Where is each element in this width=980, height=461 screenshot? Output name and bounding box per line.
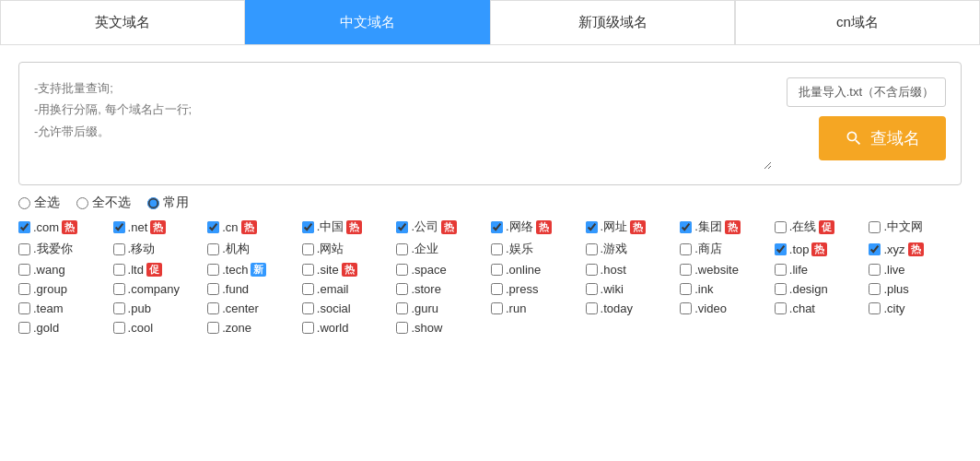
domain-checkbox-run[interactable] <box>491 302 503 314</box>
domain-checkbox-ltd[interactable] <box>113 264 125 276</box>
domain-checkbox-中国[interactable] <box>302 221 314 233</box>
domain-name-label: .集团 <box>694 219 722 235</box>
domain-checkbox-guru[interactable] <box>396 302 408 314</box>
domain-checkbox-商店[interactable] <box>680 243 692 255</box>
domain-checkbox-cn[interactable] <box>207 221 219 233</box>
tabs-container: 英文域名中文域名新顶级域名cn域名 <box>0 0 980 45</box>
domain-checkbox-today[interactable] <box>586 302 598 314</box>
domain-checkbox-公司[interactable] <box>396 221 408 233</box>
domain-checkbox-wang[interactable] <box>18 264 30 276</box>
domain-name-label: .chat <box>789 301 815 315</box>
select-all-option[interactable]: 全选 <box>18 195 60 211</box>
domain-checkbox-world[interactable] <box>302 322 314 334</box>
domain-checkbox-tech[interactable] <box>207 264 219 276</box>
domain-checkbox-life[interactable] <box>775 264 787 276</box>
domain-item: .网站 <box>302 241 395 257</box>
options-row: 全选 全不选 常用 <box>18 195 962 211</box>
domain-checkbox-video[interactable] <box>680 302 692 314</box>
domain-checkbox-在线[interactable] <box>775 221 787 233</box>
select-all-radio[interactable] <box>18 197 30 209</box>
domain-checkbox-ink[interactable] <box>680 283 692 295</box>
domain-checkbox-企业[interactable] <box>396 243 408 255</box>
domain-checkbox-网络[interactable] <box>491 221 503 233</box>
domain-checkbox-website[interactable] <box>680 264 692 276</box>
domain-item: .company <box>113 282 206 296</box>
domain-checkbox-机构[interactable] <box>207 243 219 255</box>
deselect-all-option[interactable]: 全不选 <box>76 195 131 211</box>
domain-item: .ltd促 <box>113 263 206 277</box>
common-option[interactable]: 常用 <box>147 195 189 211</box>
domain-checkbox-xyz[interactable] <box>869 243 881 255</box>
domain-badge: 热 <box>630 220 646 234</box>
domain-name-label: .网站 <box>317 241 344 257</box>
domain-item: .top热 <box>775 241 868 257</box>
domain-checkbox-网址[interactable] <box>586 221 598 233</box>
search-right: 批量导入.txt（不含后缀） 查域名 <box>787 77 946 170</box>
domain-checkbox-company[interactable] <box>113 283 125 295</box>
domain-name-label: .live <box>883 263 904 277</box>
domain-item: .guru <box>396 301 489 315</box>
domain-item: .space <box>396 263 489 277</box>
domain-checkbox-store[interactable] <box>396 283 408 295</box>
domain-checkbox-press[interactable] <box>491 283 503 295</box>
domain-checkbox-pub[interactable] <box>113 302 125 314</box>
domain-badge: 热 <box>342 263 357 277</box>
tab-cn[interactable]: 中文域名 <box>245 0 490 44</box>
domain-checkbox-中文网[interactable] <box>869 221 881 233</box>
domain-checkbox-city[interactable] <box>869 302 881 314</box>
tab-new-tld[interactable]: 新顶级域名 <box>490 0 735 44</box>
domain-name-label: .中国 <box>317 219 344 235</box>
domain-name-label: .机构 <box>222 241 250 257</box>
domain-checkbox-gold[interactable] <box>18 322 30 334</box>
domain-badge: 热 <box>62 220 77 234</box>
domain-checkbox-com[interactable] <box>18 221 30 233</box>
deselect-all-radio[interactable] <box>76 197 88 209</box>
domain-checkbox-top[interactable] <box>775 243 787 255</box>
tab-cn-domain[interactable]: cn域名 <box>735 0 980 44</box>
common-radio[interactable] <box>147 197 159 209</box>
domain-checkbox-集团[interactable] <box>680 221 692 233</box>
tab-en[interactable]: 英文域名 <box>0 0 245 44</box>
domain-name-label: .我爱你 <box>33 241 73 257</box>
domain-checkbox-娱乐[interactable] <box>491 243 503 255</box>
domain-item: .email <box>302 282 395 296</box>
domain-checkbox-site[interactable] <box>302 264 314 276</box>
domain-checkbox-social[interactable] <box>302 302 314 314</box>
domain-checkbox-游戏[interactable] <box>586 243 598 255</box>
domain-item: .游戏 <box>586 241 679 257</box>
domain-checkbox-我爱你[interactable] <box>18 243 30 255</box>
domain-name-label: .email <box>317 282 349 296</box>
search-button[interactable]: 查域名 <box>819 116 946 160</box>
domain-checkbox-space[interactable] <box>396 264 408 276</box>
domain-name-label: .在线 <box>789 219 817 235</box>
domain-item: .tech新 <box>207 263 300 277</box>
domain-checkbox-live[interactable] <box>869 264 881 276</box>
domain-item: .center <box>207 301 300 315</box>
domain-checkbox-zone[interactable] <box>207 322 219 334</box>
domain-checkbox-cool[interactable] <box>113 322 125 334</box>
domain-item: .机构 <box>207 241 300 257</box>
domain-checkbox-host[interactable] <box>586 264 598 276</box>
domain-item: .com热 <box>18 219 111 235</box>
domain-checkbox-wiki[interactable] <box>586 283 598 295</box>
import-button[interactable]: 批量导入.txt（不含后缀） <box>787 77 946 107</box>
domain-checkbox-plus[interactable] <box>869 283 881 295</box>
domain-checkbox-design[interactable] <box>775 283 787 295</box>
domain-name-label: .wiki <box>601 282 624 296</box>
domain-checkbox-网站[interactable] <box>302 243 314 255</box>
domain-name-label: .cn <box>222 220 238 234</box>
domain-name-label: .host <box>601 263 626 277</box>
domain-checkbox-online[interactable] <box>491 264 503 276</box>
domain-checkbox-移动[interactable] <box>113 243 125 255</box>
domain-checkbox-chat[interactable] <box>775 302 787 314</box>
domain-checkbox-show[interactable] <box>396 322 408 334</box>
domain-checkbox-fund[interactable] <box>207 283 219 295</box>
domain-name-label: .center <box>222 301 259 315</box>
domain-item: .中文网 <box>869 219 962 235</box>
domain-checkbox-center[interactable] <box>207 302 219 314</box>
domain-checkbox-group[interactable] <box>18 283 30 295</box>
domain-checkbox-email[interactable] <box>302 283 314 295</box>
search-textarea[interactable] <box>34 77 772 170</box>
domain-checkbox-team[interactable] <box>18 302 30 314</box>
domain-checkbox-net[interactable] <box>113 221 125 233</box>
